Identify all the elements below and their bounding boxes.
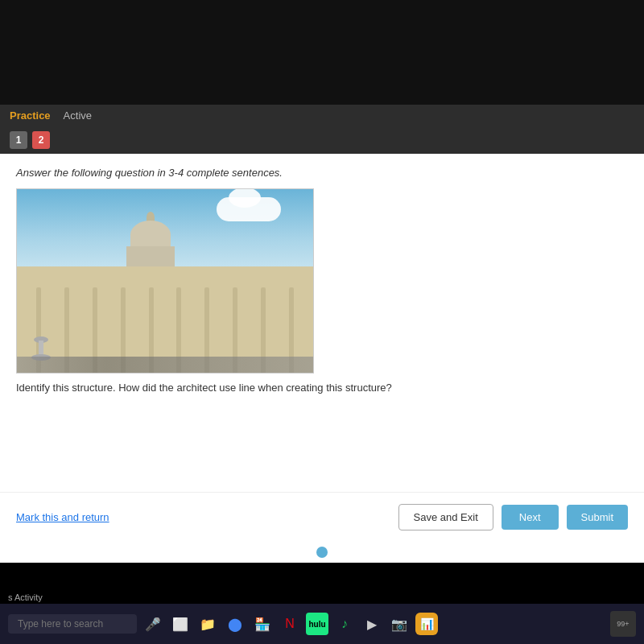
hulu-icon[interactable]: hulu [306, 613, 328, 635]
task-view-icon[interactable]: ⬜ [169, 613, 192, 635]
fountain-column [39, 341, 43, 355]
question-badge-2[interactable]: 2 [32, 131, 50, 149]
taskbar-search-input[interactable] [8, 614, 137, 634]
netflix-icon[interactable]: N [279, 613, 301, 635]
question-badge-1[interactable]: 1 [10, 131, 27, 149]
question-numbers-bar: 1 2 [0, 126, 644, 154]
spotify-icon[interactable]: ♪ [333, 613, 356, 635]
windows-store-icon[interactable]: 🏪 [251, 613, 274, 635]
tab-practice[interactable]: Practice [10, 109, 51, 122]
building-image [16, 188, 314, 374]
scroll-dot [316, 547, 328, 558]
camera-icon[interactable]: 📷 [388, 613, 411, 635]
taskbar: 🎤 ⬜ 📁 ⬤ 🏪 N hulu ♪ ▶ 📷 📊 99+ [0, 604, 644, 644]
action-bar: Mark this and return Save and Exit Next … [0, 492, 644, 542]
save-exit-button[interactable]: Save and Exit [398, 504, 493, 530]
question-caption: Identify this structure. How did the arc… [16, 382, 628, 394]
scroll-indicator [0, 542, 644, 563]
instruction-text: Answer the following question in 3-4 com… [16, 167, 628, 179]
mark-return-link[interactable]: Mark this and return [16, 511, 109, 523]
top-black-bar [0, 0, 644, 105]
header-bar: Practice Active [0, 105, 644, 126]
media-icon[interactable]: ▶ [361, 613, 383, 635]
taskbar-system-btn[interactable]: 99+ [610, 611, 636, 637]
orange-app-icon[interactable]: 📊 [415, 613, 438, 635]
main-content: Answer the following question in 3-4 com… [0, 154, 644, 492]
tab-active[interactable]: Active [64, 109, 92, 122]
chrome-icon[interactable]: ⬤ [224, 613, 246, 635]
action-buttons: Save and Exit Next Submit [398, 504, 628, 530]
taskbar-right: 99+ [610, 611, 636, 637]
dome-base [126, 246, 175, 266]
next-button[interactable]: Next [502, 505, 559, 530]
dome [126, 222, 175, 266]
crowd [17, 357, 313, 373]
activity-label: s Activity [8, 592, 43, 602]
microphone-icon[interactable]: 🎤 [142, 613, 164, 635]
dome-top [130, 221, 171, 249]
file-explorer-icon[interactable]: 📁 [196, 613, 219, 635]
cloud-decoration [217, 197, 281, 221]
submit-button[interactable]: Submit [567, 505, 628, 530]
